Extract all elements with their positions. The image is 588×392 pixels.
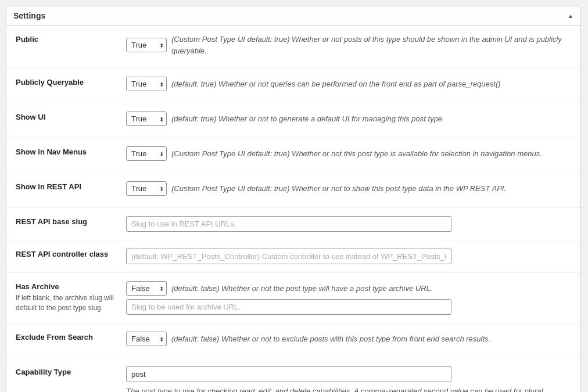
- control-row-show-ui: TrueFalse(default: true) Whether or not …: [126, 112, 571, 126]
- label-col-show-in-nav-menus: Show in Nav Menus: [16, 146, 126, 156]
- input-rest-api-base-slug[interactable]: [126, 216, 451, 232]
- desc-publicly-queryable: (default: true) Whether or not queries c…: [171, 78, 501, 90]
- label-col-exclude-from-search: Exclude From Search: [16, 332, 126, 341]
- settings-header: Settings ▲: [6, 6, 580, 26]
- select-wrapper-exclude-from-search: TrueFalse: [126, 332, 167, 346]
- select-show-in-nav-menus[interactable]: TrueFalse: [126, 146, 167, 161]
- control-col-show-in-rest-api: TrueFalse(Custom Post Type UI default: t…: [126, 181, 571, 199]
- setting-row-publicly-queryable: Publicly QueryableTrueFalse(default: tru…: [6, 69, 580, 103]
- setting-row-has-archive: Has ArchiveIf left blank, the archive sl…: [6, 273, 580, 323]
- settings-title: Settings: [13, 11, 45, 20]
- label-show-in-nav-menus: Show in Nav Menus: [16, 148, 117, 156]
- collapse-icon[interactable]: ▲: [568, 13, 573, 19]
- select-wrapper-show-in-nav-menus: TrueFalse: [126, 146, 167, 161]
- label-capability-type: Capability Type: [16, 368, 117, 376]
- control-col-public: TrueFalse(Custom Post Type UI default: t…: [126, 34, 571, 60]
- label-col-show-in-rest-api: Show in REST API: [16, 181, 126, 191]
- desc-show-in-rest-api: (Custom Post Type UI default: true) Whet…: [171, 183, 506, 195]
- input-capability-type[interactable]: [126, 366, 451, 382]
- setting-row-show-in-rest-api: Show in REST APITrueFalse(Custom Post Ty…: [6, 173, 580, 208]
- setting-row-show-ui: Show UITrueFalse(default: true) Whether …: [6, 103, 580, 138]
- input-rest-api-controller-class[interactable]: [126, 249, 451, 264]
- label-publicly-queryable: Publicly Queryable: [16, 78, 117, 87]
- control-col-show-in-nav-menus: TrueFalse(Custom Post Type UI default: t…: [126, 146, 571, 164]
- setting-row-public: PublicTrueFalse(Custom Post Type UI defa…: [6, 26, 580, 69]
- desc-show-in-nav-menus: (Custom Post Type UI default: true) Whet…: [171, 148, 542, 160]
- settings-body: PublicTrueFalse(Custom Post Type UI defa…: [6, 26, 580, 392]
- control-col-exclude-from-search: TrueFalse(default: false) Whether or not…: [126, 332, 571, 350]
- control-col-publicly-queryable: TrueFalse(default: true) Whether or not …: [126, 77, 571, 95]
- label-col-public: Public: [16, 34, 126, 44]
- desc-public: (Custom Post Type UI default: true) Whet…: [171, 34, 571, 56]
- control-col-rest-api-base-slug: [126, 216, 571, 232]
- select-exclude-from-search[interactable]: TrueFalse: [126, 332, 167, 346]
- control-row-show-in-nav-menus: TrueFalse(Custom Post Type UI default: t…: [126, 146, 571, 161]
- control-col-show-ui: TrueFalse(default: true) Whether or not …: [126, 112, 571, 130]
- setting-row-show-in-nav-menus: Show in Nav MenusTrueFalse(Custom Post T…: [6, 138, 580, 173]
- control-row-publicly-queryable: TrueFalse(default: true) Whether or not …: [126, 77, 571, 91]
- control-col-rest-api-controller-class: [126, 249, 571, 264]
- select-wrapper-publicly-queryable: TrueFalse: [126, 77, 167, 91]
- control-col-capability-type: The post type to use for checking read, …: [126, 366, 571, 392]
- label-public: Public: [16, 35, 117, 44]
- control-row-has-archive: TrueFalse(default: false) Whether or not…: [126, 281, 571, 296]
- select-public[interactable]: TrueFalse: [126, 38, 167, 52]
- desc-has-archive: (default: false) Whether or not the post…: [171, 283, 432, 294]
- select-show-ui[interactable]: TrueFalse: [126, 112, 167, 126]
- select-wrapper-show-in-rest-api: TrueFalse: [126, 181, 167, 196]
- control-row-exclude-from-search: TrueFalse(default: false) Whether or not…: [126, 332, 571, 346]
- label-col-rest-api-controller-class: REST API controller class: [16, 249, 126, 258]
- archive-slug-input[interactable]: [126, 299, 451, 315]
- label-col-show-ui: Show UI: [16, 112, 126, 121]
- label-has-archive: Has Archive: [16, 282, 117, 291]
- settings-panel: Settings ▲ PublicTrueFalse(Custom Post T…: [6, 6, 581, 392]
- setting-row-rest-api-base-slug: REST API base slug: [6, 208, 580, 240]
- label-show-in-rest-api: Show in REST API: [16, 182, 117, 191]
- label-rest-api-controller-class: REST API controller class: [16, 250, 117, 258]
- select-wrapper-public: TrueFalse: [126, 38, 167, 52]
- desc-capability-type: The post type to use for checking read, …: [126, 386, 571, 392]
- setting-row-exclude-from-search: Exclude From SearchTrueFalse(default: fa…: [6, 323, 580, 358]
- select-show-in-rest-api[interactable]: TrueFalse: [126, 181, 167, 196]
- label-exclude-from-search: Exclude From Search: [16, 333, 117, 341]
- control-row-show-in-rest-api: TrueFalse(Custom Post Type UI default: t…: [126, 181, 571, 196]
- desc-show-ui: (default: true) Whether or not to genera…: [171, 113, 444, 125]
- control-row-public: TrueFalse(Custom Post Type UI default: t…: [126, 34, 571, 56]
- setting-row-rest-api-controller-class: REST API controller class: [6, 240, 580, 273]
- control-col-has-archive: TrueFalse(default: false) Whether or not…: [126, 281, 571, 315]
- label-rest-api-base-slug: REST API base slug: [16, 217, 117, 226]
- select-publicly-queryable[interactable]: TrueFalse: [126, 77, 167, 91]
- setting-row-capability-type: Capability TypeThe post type to use for …: [6, 358, 580, 392]
- label-show-ui: Show UI: [16, 113, 117, 121]
- label-col-publicly-queryable: Publicly Queryable: [16, 77, 126, 87]
- label-col-has-archive: Has ArchiveIf left blank, the archive sl…: [16, 281, 126, 313]
- select-wrapper-has-archive: TrueFalse: [126, 281, 167, 296]
- select-wrapper-show-ui: TrueFalse: [126, 112, 167, 126]
- select-has-archive[interactable]: TrueFalse: [126, 281, 167, 296]
- desc-exclude-from-search: (default: false) Whether or not to exclu…: [171, 333, 490, 345]
- label-col-rest-api-base-slug: REST API base slug: [16, 216, 126, 226]
- sublabel-has-archive: If left blank, the archive slug will def…: [16, 293, 117, 313]
- label-col-capability-type: Capability Type: [16, 366, 126, 376]
